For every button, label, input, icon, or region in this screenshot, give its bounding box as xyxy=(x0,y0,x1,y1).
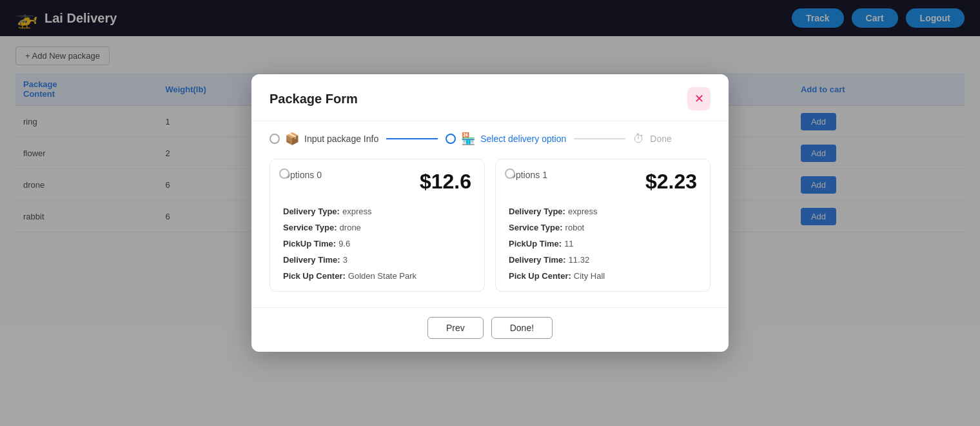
option-0-pickup-time-label: PickUp Time: xyxy=(283,239,336,249)
option-1-pickup-center: Pick Up Center: City Hall xyxy=(509,271,697,281)
option-1-service-type-label: Service Type: xyxy=(509,223,563,232)
step-done-icon: ⏱ xyxy=(633,132,645,146)
option-1-delivery-time: Delivery Time: 11.32 xyxy=(509,255,697,265)
modal-title: Package Form xyxy=(270,92,358,107)
option-1-pickup-time: PickUp Time: 11 xyxy=(509,239,697,249)
option-1-header: Options 1 $2.23 xyxy=(509,170,697,194)
option-0-service-type-label: Service Type: xyxy=(283,223,337,232)
option-1-delivery-time-value: 11.32 xyxy=(569,255,590,265)
option-0-delivery-time-label: Delivery Time: xyxy=(283,255,340,265)
option-0-pickup-time: PickUp Time: 9.6 xyxy=(283,239,471,249)
option-0-pickup-center-label: Pick Up Center: xyxy=(283,271,346,281)
step-connector-1 xyxy=(386,138,438,139)
step-done-label: Done xyxy=(650,134,671,144)
step-input-label: Input package Info xyxy=(304,134,378,144)
option-1-pickup-time-value: 11 xyxy=(564,239,573,249)
option-1-delivery-type: Delivery Type: express xyxy=(509,207,697,216)
option-1-pickup-center-value: City Hall xyxy=(574,271,605,281)
option-0-delivery-time-value: 3 xyxy=(343,255,348,265)
step-connector-2 xyxy=(574,138,625,139)
step-input-radio xyxy=(270,134,280,144)
option-0-pickup-center: Pick Up Center: Golden State Park xyxy=(283,271,471,281)
package-form-modal: Package Form ✕ 📦 Input package Info 🏪 Se… xyxy=(251,74,729,352)
step-done: ⏱ Done xyxy=(633,132,671,146)
option-1-service-type-value: robot xyxy=(565,223,585,232)
option-0-service-type: Service Type: drone xyxy=(283,223,471,232)
option-1-pickup-time-label: PickUp Time: xyxy=(509,239,562,249)
delivery-options: Options 0 $12.6 Delivery Type: express S… xyxy=(251,154,729,307)
option-0-delivery-type-label: Delivery Type: xyxy=(283,207,340,216)
step-input-icon: 📦 xyxy=(285,132,299,146)
modal-overlay: Package Form ✕ 📦 Input package Info 🏪 Se… xyxy=(0,0,980,426)
option-0-delivery-type-value: express xyxy=(342,207,372,216)
step-delivery: 🏪 Select delivery option xyxy=(446,132,566,146)
option-1-delivery-type-value: express xyxy=(568,207,598,216)
modal-footer: Prev Done! xyxy=(251,307,729,352)
option-1-delivery-time-label: Delivery Time: xyxy=(509,255,566,265)
option-1-pickup-center-label: Pick Up Center: xyxy=(509,271,571,281)
step-delivery-label: Select delivery option xyxy=(480,134,566,144)
modal-steps: 📦 Input package Info 🏪 Select delivery o… xyxy=(251,121,729,154)
option-0-header: Options 0 $12.6 xyxy=(283,170,471,194)
option-card-1[interactable]: Options 1 $2.23 Delivery Type: express S… xyxy=(495,159,710,292)
option-0-pickup-center-value: Golden State Park xyxy=(348,271,416,281)
prev-button[interactable]: Prev xyxy=(427,317,484,339)
option-1-service-type: Service Type: robot xyxy=(509,223,697,232)
step-delivery-icon: 🏪 xyxy=(461,132,475,146)
step-input: 📦 Input package Info xyxy=(270,132,378,146)
option-0-pickup-time-value: 9.6 xyxy=(338,239,350,249)
done-button[interactable]: Done! xyxy=(491,317,553,339)
option-0-radio[interactable] xyxy=(279,168,289,179)
option-card-0[interactable]: Options 0 $12.6 Delivery Type: express S… xyxy=(270,159,485,292)
option-1-details: Delivery Type: express Service Type: rob… xyxy=(509,207,697,281)
step-delivery-radio xyxy=(446,134,456,144)
option-0-price: $12.6 xyxy=(420,170,471,194)
option-0-details: Delivery Type: express Service Type: dro… xyxy=(283,207,471,281)
option-1-price: $2.23 xyxy=(645,170,697,194)
option-1-delivery-type-label: Delivery Type: xyxy=(509,207,565,216)
modal-header: Package Form ✕ xyxy=(251,74,729,121)
option-0-delivery-type: Delivery Type: express xyxy=(283,207,471,216)
option-1-radio[interactable] xyxy=(505,168,515,179)
modal-close-button[interactable]: ✕ xyxy=(687,87,710,110)
option-0-delivery-time: Delivery Time: 3 xyxy=(283,255,471,265)
option-0-service-type-value: drone xyxy=(340,223,361,232)
